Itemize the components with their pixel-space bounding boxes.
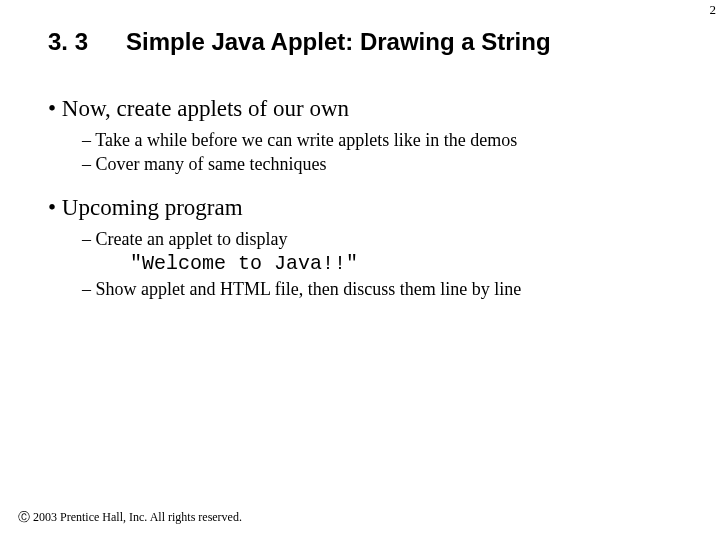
bullet-level-2: Take a while before we can write applets… [82, 128, 720, 152]
code-string: "Welcome to Java!!" [82, 251, 720, 277]
slide-content: Now, create applets of our own Take a wh… [0, 56, 720, 301]
bullet-level-1: Now, create applets of our own [48, 96, 720, 122]
bullet-level-2: Cover many of same techniques [82, 152, 720, 176]
sub-bullet-list: Take a while before we can write applets… [48, 128, 720, 177]
section-title: Simple Java Applet: Drawing a String [126, 28, 551, 56]
page-number: 2 [710, 2, 717, 18]
bullet-level-2: Create an applet to display [82, 227, 720, 251]
copyright-footer: Ⓒ 2003 Prentice Hall, Inc. All rights re… [18, 509, 242, 526]
slide-header: 3. 3 Simple Java Applet: Drawing a Strin… [0, 0, 720, 56]
bullet-level-2: Show applet and HTML file, then discuss … [82, 277, 720, 301]
section-number: 3. 3 [48, 28, 88, 56]
bullet-level-1: Upcoming program [48, 195, 720, 221]
sub-bullet-list: Create an applet to display "Welcome to … [48, 227, 720, 302]
